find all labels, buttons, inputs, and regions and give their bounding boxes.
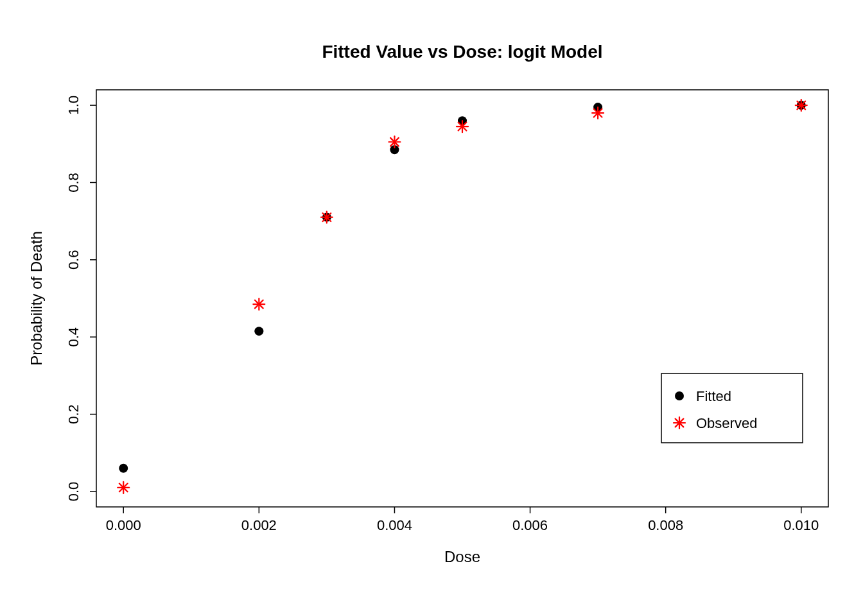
chart-svg: 0.0000.0020.0040.0060.0080.0100.00.20.40…: [0, 0, 863, 616]
point-observed: [796, 99, 807, 111]
y-tick-label: 1.0: [65, 96, 82, 116]
point-observed: [253, 298, 265, 310]
y-tick-label: 0.0: [65, 482, 82, 502]
point-observed: [457, 121, 468, 132]
x-tick-label: 0.006: [512, 517, 548, 533]
x-tick-label: 0.000: [106, 517, 141, 533]
point-observed: [321, 212, 333, 223]
point-observed: [118, 482, 129, 493]
x-axis-title: Dose: [444, 548, 480, 565]
x-tick-label: 0.002: [241, 517, 277, 533]
y-tick-label: 0.4: [65, 327, 82, 347]
x-tick-label: 0.010: [783, 517, 819, 533]
point-fitted: [254, 327, 263, 336]
point-observed: [388, 136, 400, 148]
legend-label: Observed: [696, 415, 757, 431]
chart-container: 0.0000.0020.0040.0060.0080.0100.00.20.40…: [0, 0, 863, 616]
legend-box: [661, 373, 803, 443]
legend-marker-observed: [674, 417, 685, 429]
legend-marker-fitted: [675, 391, 684, 400]
legend-label: Fitted: [696, 388, 731, 404]
point-fitted: [119, 464, 128, 473]
y-tick-label: 0.2: [65, 404, 82, 424]
chart-title: Fitted Value vs Dose: logit Model: [322, 42, 602, 62]
y-axis-title: Probability of Death: [28, 231, 45, 365]
x-tick-label: 0.004: [377, 517, 412, 533]
y-tick-label: 0.8: [65, 173, 82, 193]
point-observed: [592, 107, 604, 119]
x-tick-label: 0.008: [648, 517, 683, 533]
y-tick-label: 0.6: [65, 250, 82, 270]
plot-border: [96, 90, 828, 507]
